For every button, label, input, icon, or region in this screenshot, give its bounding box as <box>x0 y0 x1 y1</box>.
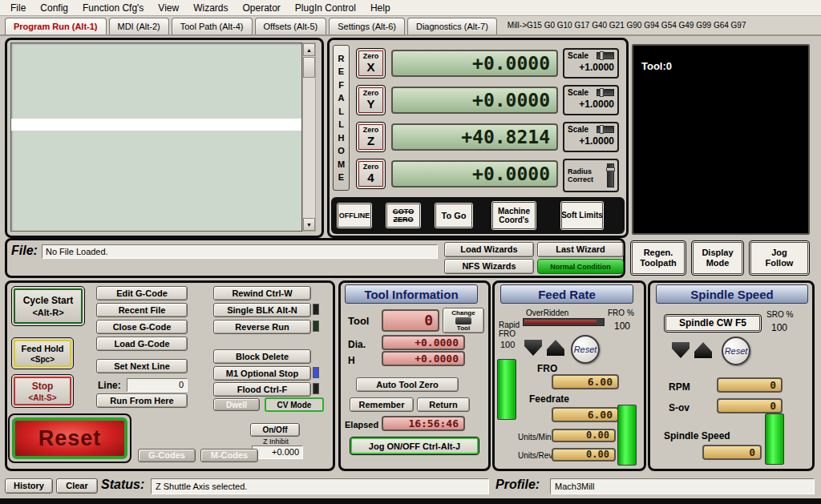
z-axis-dro[interactable]: +40.8214 <box>391 123 558 151</box>
zero-z-button[interactable]: Zero Z <box>356 122 386 152</box>
load-gcode-button[interactable]: Load G-Code <box>96 337 188 351</box>
tab-program-run[interactable]: Program Run (Alt-1) <box>5 18 107 34</box>
set-next-line-button[interactable]: Set Next Line <box>96 359 188 373</box>
nfs-wizards-button[interactable]: NFS Wizards <box>444 259 534 274</box>
tab-settings[interactable]: Settings (Alt-6) <box>329 18 405 34</box>
auto-tool-zero-button[interactable]: Auto Tool Zero <box>356 377 459 392</box>
m-codes-button[interactable]: M-Codes <box>200 449 258 462</box>
rpm-dro[interactable]: 0 <box>717 377 783 393</box>
scroll-up-icon[interactable]: ▲ <box>303 43 315 56</box>
stop-button[interactable]: Stop <Alt-S> <box>11 374 74 408</box>
menu-plugin-control[interactable]: PlugIn Control <box>288 1 363 15</box>
clear-button[interactable]: Clear <box>56 478 98 494</box>
tool-diameter-dro[interactable]: +0.0000 <box>382 335 465 350</box>
tab-tool-path[interactable]: Tool Path (Alt-4) <box>172 18 253 34</box>
tab-mdi[interactable]: MDI (Alt-2) <box>109 18 169 34</box>
change-tool-button[interactable]: Change Tool <box>443 308 484 333</box>
run-from-here-button[interactable]: Run From Here <box>96 393 188 408</box>
units-min-dro[interactable]: 0.00 <box>552 429 616 442</box>
fro-dro[interactable]: 6.00 <box>552 374 619 389</box>
rewind-button[interactable]: Rewind Ctrl-W <box>213 286 311 300</box>
recent-file-button[interactable]: Recent File <box>96 303 188 317</box>
reverse-run-button[interactable]: Reverse Run <box>213 320 311 334</box>
scale-y-dro[interactable]: +1.0000 <box>568 99 614 110</box>
offline-button[interactable]: OFFLINE <box>336 202 373 229</box>
feedrate-level-bar <box>617 405 637 466</box>
tab-offsets[interactable]: Offsets (Alt-5) <box>255 18 327 34</box>
menu-file[interactable]: File <box>3 1 33 15</box>
display-mode-button[interactable]: Display Mode <box>691 240 744 276</box>
regen-toolpath-button[interactable]: Regen. Toolpath <box>630 240 686 276</box>
scale-x-dro[interactable]: +1.0000 <box>568 62 614 73</box>
units-rev-dro[interactable]: 0.00 <box>552 448 616 462</box>
m1-optional-stop-button[interactable]: M1 Optional Stop <box>213 366 311 381</box>
zero-4-button[interactable]: Zero 4 <box>356 159 386 189</box>
z-inhibit-dro[interactable]: +0.000 <box>252 446 303 459</box>
menu-help[interactable]: Help <box>363 1 398 15</box>
return-button[interactable]: Return <box>417 397 470 412</box>
rapid-fro-dro[interactable]: 100 <box>500 340 515 349</box>
sov-dro[interactable]: 0 <box>717 398 783 413</box>
tab-diagnostics[interactable]: Diagnostics (Alt-7) <box>407 18 497 34</box>
menu-config[interactable]: Config <box>33 1 75 15</box>
to-go-button[interactable]: To Go <box>434 202 474 229</box>
jog-follow-button[interactable]: Jog Follow <box>749 240 810 276</box>
soft-limits-button[interactable]: Soft Limits <box>560 200 605 231</box>
rpm-label: RPM <box>669 381 690 393</box>
spindle-speed-dro[interactable]: 0 <box>702 445 762 460</box>
last-wizard-button[interactable]: Last Wizard <box>537 242 624 257</box>
menu-wizards[interactable]: Wizards <box>186 1 235 15</box>
remember-button[interactable]: Remember <box>350 397 414 412</box>
toolpath-display[interactable]: Tool:0 <box>632 44 810 235</box>
scale-slider-icon[interactable] <box>597 89 614 96</box>
feedrate-dro[interactable]: 6.00 <box>552 407 619 422</box>
tool-number-dro[interactable]: 0 <box>382 309 439 332</box>
gcode-scrollbar[interactable]: ▲ ▼ <box>302 42 316 232</box>
tool-height-dro[interactable]: +0.0000 <box>382 351 465 366</box>
reset-label: Reset <box>38 426 102 451</box>
radius-correct-slider[interactable] <box>607 163 614 187</box>
z-inhibit-on-off-button[interactable]: On/Off <box>250 423 300 437</box>
y-axis-dro[interactable]: +0.0000 <box>391 87 558 114</box>
gcode-listbox[interactable] <box>10 42 302 232</box>
scale-slider-icon[interactable] <box>597 52 614 59</box>
reset-button[interactable]: Reset <box>8 413 131 463</box>
spindle-cw-button[interactable]: Spindle CW F5 <box>664 314 762 333</box>
feed-reset-button[interactable]: Reset <box>571 335 600 364</box>
menu-operator[interactable]: Operator <box>236 1 288 15</box>
a-axis-dro[interactable]: +0.0000 <box>391 160 558 187</box>
fro-percent-dro[interactable]: 100 <box>614 321 630 332</box>
axis-letter-z: Z <box>367 135 374 148</box>
sro-percent-label: SRO % <box>766 310 793 319</box>
block-delete-button[interactable]: Block Delete <box>213 349 311 364</box>
zero-x-button[interactable]: Zero X <box>356 48 386 79</box>
menu-view[interactable]: View <box>151 1 186 15</box>
flood-button[interactable]: Flood Ctrl-F <box>213 382 311 397</box>
menu-function-cfgs[interactable]: Function Cfg's <box>75 1 151 15</box>
scroll-down-icon[interactable]: ▼ <box>303 218 315 231</box>
overridden-label: OverRidden <box>526 308 568 317</box>
close-gcode-button[interactable]: Close G-Code <box>96 320 188 334</box>
x-axis-dro[interactable]: +0.0000 <box>391 50 558 77</box>
history-button[interactable]: History <box>5 478 53 494</box>
single-blk-button[interactable]: Single BLK Alt-N <box>213 303 311 317</box>
rapid-fro-label: FRO <box>499 329 516 338</box>
ref-all-home-button[interactable]: REF ALL HOME <box>333 45 350 191</box>
goto-zero-button[interactable]: GOTO ZERO <box>385 202 422 229</box>
elapsed-label: Elapsed <box>345 420 378 429</box>
scrollbar-thumb[interactable] <box>303 57 315 78</box>
machine-coords-button[interactable]: Machine Coord's <box>491 200 537 231</box>
jog-on-off-button[interactable]: Jog ON/OFF Ctrl-Alt-J <box>350 437 479 455</box>
cycle-start-button[interactable]: Cycle Start <Alt-R> <box>11 286 85 326</box>
g-codes-button[interactable]: G-Codes <box>138 449 196 462</box>
spindle-reset-button[interactable]: Reset <box>722 337 750 365</box>
gcode-current-line-highlight <box>11 119 301 131</box>
scale-slider-icon[interactable] <box>597 126 614 133</box>
edit-gcode-button[interactable]: Edit G-Code <box>96 286 188 300</box>
feed-hold-button[interactable]: Feed Hold <Spc> <box>11 337 74 369</box>
line-number-input[interactable]: 0 <box>127 378 188 392</box>
zero-y-button[interactable]: Zero Y <box>356 85 386 115</box>
sro-percent-dro[interactable]: 100 <box>771 322 787 333</box>
scale-z-dro[interactable]: +1.0000 <box>568 135 614 147</box>
load-wizards-button[interactable]: Load Wizards <box>444 242 534 257</box>
